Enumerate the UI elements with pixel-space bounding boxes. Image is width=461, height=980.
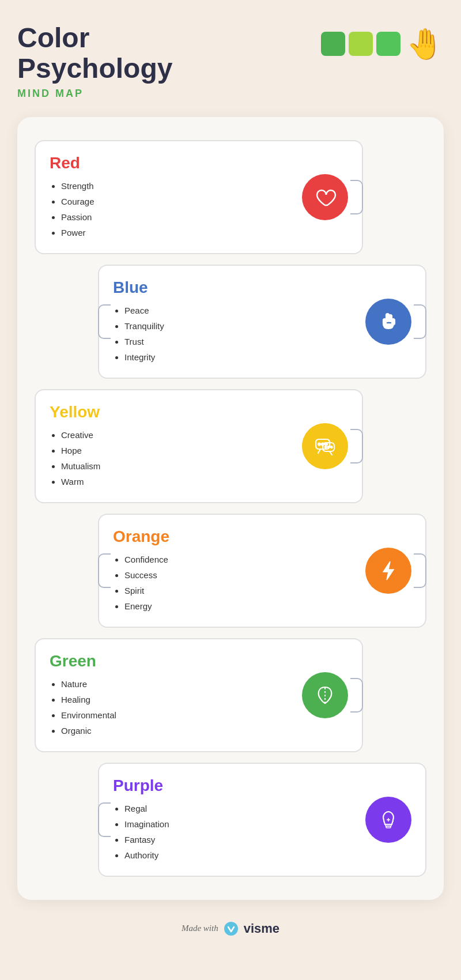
purple-card-text: Purple Regal Imagination Fantasy Authori…: [113, 777, 169, 863]
list-item: Tranquility: [124, 318, 164, 334]
page-title: Color Psychology: [17, 23, 172, 84]
footer: Made with visme: [17, 921, 444, 937]
list-item: Imagination: [124, 816, 169, 832]
list-item: Peace: [124, 303, 164, 318]
header: Color Psychology MIND MAP 🤚: [17, 23, 444, 100]
yellow-bracket: [350, 429, 363, 463]
peace-icon: [376, 309, 401, 334]
yellow-entry: Yellow Creative Hope Mutualism Warm: [35, 389, 426, 503]
red-entry: Red Strength Courage Passion Power: [35, 140, 426, 254]
yellow-name: Yellow: [50, 403, 100, 421]
hand-decoration: 🤚: [406, 29, 444, 59]
list-item: Authority: [124, 847, 169, 863]
orange-entry: Orange Confidence Success Spirit Energy: [35, 514, 426, 628]
green-bracket: [350, 678, 363, 713]
chat-icon: [312, 434, 338, 459]
blue-name: Blue: [113, 278, 164, 297]
blue-card: Blue Peace Tranquility Trust Integrity: [98, 265, 426, 379]
red-card: Red Strength Courage Passion Power: [35, 140, 363, 254]
page-wrapper: Color Psychology MIND MAP 🤚 Red Strength…: [0, 0, 461, 971]
green-card-text: Green Nature Healing Environmental Organ…: [50, 652, 116, 738]
list-item: Power: [61, 225, 95, 240]
main-card: Red Strength Courage Passion Power: [17, 117, 444, 900]
svg-point-5: [318, 443, 320, 445]
blue-bracket: [98, 304, 111, 339]
list-item: Success: [124, 567, 169, 583]
yellow-list: Creative Hope Mutualism Warm: [50, 427, 100, 489]
purple-list: Regal Imagination Fantasy Authority: [113, 801, 169, 863]
orange-icon-circle: [365, 548, 411, 594]
svg-point-11: [331, 446, 332, 448]
purple-name: Purple: [113, 777, 169, 795]
green-card: Green Nature Healing Environmental Organ…: [35, 638, 363, 752]
bulb-icon: [376, 807, 401, 832]
list-item: Warm: [61, 474, 100, 489]
green-name: Green: [50, 652, 116, 670]
green-icon-circle: [302, 672, 348, 718]
red-list: Strength Courage Passion Power: [50, 178, 95, 240]
list-item: Confidence: [124, 552, 169, 567]
purple-bracket-left: [98, 802, 111, 837]
orange-card-text: Orange Confidence Success Spirit Energy: [113, 527, 169, 614]
purple-icon-circle: [365, 797, 411, 843]
page-subtitle: MIND MAP: [17, 88, 172, 100]
svg-rect-15: [386, 826, 391, 828]
list-item: Mutualism: [61, 458, 100, 474]
footer-made-text: Made with: [182, 924, 218, 933]
list-item: Hope: [61, 443, 100, 458]
heart-icon: [312, 184, 338, 210]
red-bracket: [350, 180, 363, 214]
list-item: Organic: [61, 723, 116, 738]
svg-point-18: [224, 922, 238, 936]
deco-square-1: [321, 32, 345, 56]
list-item: Healing: [61, 692, 116, 707]
list-item: Creative: [61, 427, 100, 443]
blue-card-text: Blue Peace Tranquility Trust Integrity: [113, 278, 164, 365]
orange-bracket-right: [414, 553, 426, 588]
yellow-card-text: Yellow Creative Hope Mutualism Warm: [50, 403, 100, 489]
orange-list: Confidence Success Spirit Energy: [113, 552, 169, 614]
orange-bracket-left: [98, 553, 111, 588]
title-block: Color Psychology MIND MAP: [17, 23, 172, 100]
header-decoration: 🤚: [321, 29, 444, 59]
svg-marker-12: [383, 561, 394, 580]
svg-point-9: [325, 446, 327, 448]
red-card-text: Red Strength Courage Passion Power: [50, 154, 95, 240]
svg-point-10: [328, 446, 330, 448]
list-item: Courage: [61, 194, 95, 209]
list-item: Fantasy: [124, 832, 169, 847]
orange-name: Orange: [113, 527, 169, 546]
green-entry: Green Nature Healing Environmental Organ…: [35, 638, 426, 752]
list-item: Nature: [61, 676, 116, 692]
leaf-icon: [312, 683, 338, 708]
blue-icon-circle: [365, 299, 411, 345]
deco-square-3: [376, 32, 400, 56]
orange-card: Orange Confidence Success Spirit Energy: [98, 514, 426, 628]
list-item: Trust: [124, 334, 164, 349]
purple-entry: Purple Regal Imagination Fantasy Authori…: [35, 763, 426, 877]
list-item: Strength: [61, 178, 95, 194]
red-name: Red: [50, 154, 95, 172]
list-item: Spirit: [124, 583, 169, 598]
blue-entry: Blue Peace Tranquility Trust Integrity: [35, 265, 426, 379]
purple-card: Purple Regal Imagination Fantasy Authori…: [98, 763, 426, 877]
yellow-card: Yellow Creative Hope Mutualism Warm: [35, 389, 363, 503]
list-item: Regal: [124, 801, 169, 816]
visme-logo-icon: [223, 921, 239, 937]
red-icon-circle: [302, 174, 348, 220]
blue-bracket-right: [414, 304, 426, 339]
bolt-icon: [376, 558, 401, 583]
list-item: Passion: [61, 209, 95, 225]
footer-brand: visme: [244, 921, 279, 936]
blue-list: Peace Tranquility Trust Integrity: [113, 303, 164, 365]
yellow-icon-circle: [302, 423, 348, 469]
green-list: Nature Healing Environmental Organic: [50, 676, 116, 738]
list-item: Integrity: [124, 349, 164, 365]
list-item: Energy: [124, 598, 169, 614]
list-item: Environmental: [61, 707, 116, 723]
deco-square-2: [349, 32, 373, 56]
